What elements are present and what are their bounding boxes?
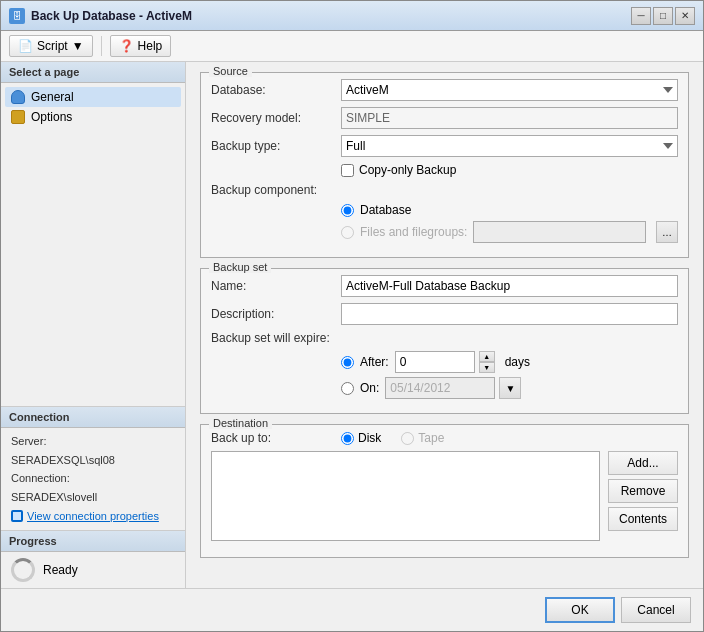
general-icon bbox=[11, 90, 25, 104]
on-label: On: bbox=[360, 381, 379, 395]
after-spinner-btns: ▲ ▼ bbox=[479, 351, 495, 373]
recovery-input bbox=[341, 107, 678, 129]
sidebar-item-general[interactable]: General bbox=[5, 87, 181, 107]
close-button[interactable]: ✕ bbox=[675, 7, 695, 25]
description-row: Description: bbox=[211, 303, 678, 325]
name-input[interactable] bbox=[341, 275, 678, 297]
progress-header: Progress bbox=[1, 531, 185, 552]
name-row: Name: bbox=[211, 275, 678, 297]
after-increment-btn[interactable]: ▲ bbox=[479, 351, 495, 362]
server-value: SERADEXSQL\sql08 bbox=[11, 453, 175, 468]
after-input[interactable] bbox=[395, 351, 475, 373]
database-label: Database: bbox=[211, 83, 341, 97]
after-spinner-wrap: ▲ ▼ bbox=[395, 351, 495, 373]
view-link-label: View connection properties bbox=[27, 510, 159, 522]
progress-content: Ready bbox=[1, 552, 185, 588]
view-connection-link[interactable]: View connection properties bbox=[11, 508, 175, 524]
window-icon: 🗄 bbox=[9, 8, 25, 24]
on-radio-btn[interactable] bbox=[341, 382, 354, 395]
files-input bbox=[473, 221, 646, 243]
help-label: Help bbox=[138, 39, 163, 53]
description-input[interactable] bbox=[341, 303, 678, 325]
source-group: Source Database: ActiveM Recovery model:… bbox=[200, 72, 689, 258]
select-page-header: Select a page bbox=[1, 62, 185, 83]
database-radio-row: Database bbox=[211, 203, 678, 217]
copy-only-row: Copy-only Backup bbox=[211, 163, 678, 177]
add-button[interactable]: Add... bbox=[608, 451, 678, 475]
tape-radio-wrap: Tape bbox=[401, 431, 444, 445]
files-radio-row: Files and filegroups: … bbox=[211, 221, 678, 243]
ready-label: Ready bbox=[43, 563, 78, 577]
database-row: Database: ActiveM bbox=[211, 79, 678, 101]
connection-header: Connection bbox=[1, 407, 185, 428]
after-decrement-btn[interactable]: ▼ bbox=[479, 362, 495, 373]
disk-radio-wrap: Disk bbox=[341, 431, 381, 445]
main-window: 🗄 Back Up Database - ActiveM ─ □ ✕ 📄 Scr… bbox=[0, 0, 704, 632]
expire-row: Backup set will expire: bbox=[211, 331, 678, 345]
backup-component-label: Backup component: bbox=[211, 183, 341, 197]
title-bar: 🗄 Back Up Database - ActiveM ─ □ ✕ bbox=[1, 1, 703, 31]
toolbar: 📄 Script ▼ ❓ Help bbox=[1, 31, 703, 62]
files-radio-btn[interactable] bbox=[341, 226, 354, 239]
backup-component-row: Backup component: bbox=[211, 183, 678, 197]
progress-spinner bbox=[11, 558, 35, 582]
connection-info: Server: SERADEXSQL\sql08 Connection: SER… bbox=[1, 428, 185, 530]
disk-label: Disk bbox=[358, 431, 381, 445]
copy-only-label: Copy-only Backup bbox=[359, 163, 456, 177]
link-icon bbox=[11, 510, 23, 522]
script-dropdown-icon: ▼ bbox=[72, 39, 84, 53]
on-row: On: ▼ bbox=[211, 377, 678, 399]
backup-type-select[interactable]: Full Differential Transaction Log bbox=[341, 135, 678, 157]
files-browse-btn[interactable]: … bbox=[656, 221, 678, 243]
contents-button[interactable]: Contents bbox=[608, 507, 678, 531]
expire-label: Backup set will expire: bbox=[211, 331, 341, 345]
destination-group: Destination Back up to: Disk Tape bbox=[200, 424, 689, 558]
page-list: General Options bbox=[1, 83, 185, 131]
sidebar-item-options[interactable]: Options bbox=[5, 107, 181, 127]
tape-label: Tape bbox=[418, 431, 444, 445]
copy-only-checkbox[interactable] bbox=[341, 164, 354, 177]
recovery-label: Recovery model: bbox=[211, 111, 341, 125]
connection-label: Connection: bbox=[11, 471, 175, 486]
name-label: Name: bbox=[211, 279, 341, 293]
minimize-button[interactable]: ─ bbox=[631, 7, 651, 25]
days-label: days bbox=[505, 355, 530, 369]
window-controls: ─ □ ✕ bbox=[631, 7, 695, 25]
window-title: Back Up Database - ActiveM bbox=[31, 9, 631, 23]
files-radio-label: Files and filegroups: bbox=[360, 225, 467, 239]
source-label: Source bbox=[209, 65, 252, 77]
tape-radio-btn[interactable] bbox=[401, 432, 414, 445]
options-label: Options bbox=[31, 110, 72, 124]
backup-to-row: Back up to: Disk Tape bbox=[211, 431, 678, 445]
backup-type-row: Backup type: Full Differential Transacti… bbox=[211, 135, 678, 157]
after-label: After: bbox=[360, 355, 389, 369]
options-icon bbox=[11, 110, 25, 124]
description-label: Description: bbox=[211, 307, 341, 321]
backup-set-group: Backup set Name: Description: Backup set… bbox=[200, 268, 689, 414]
backup-to-label: Back up to: bbox=[211, 431, 341, 445]
ok-button[interactable]: OK bbox=[545, 597, 615, 623]
destination-list bbox=[211, 451, 600, 541]
progress-section: Progress Ready bbox=[1, 530, 185, 588]
cancel-button[interactable]: Cancel bbox=[621, 597, 691, 623]
date-picker-btn[interactable]: ▼ bbox=[499, 377, 521, 399]
date-input bbox=[385, 377, 495, 399]
remove-button[interactable]: Remove bbox=[608, 479, 678, 503]
main-content: Select a page General Options Connection… bbox=[1, 62, 703, 588]
restore-button[interactable]: □ bbox=[653, 7, 673, 25]
connection-value: SERADEX\slovell bbox=[11, 490, 175, 505]
server-label: Server: bbox=[11, 434, 175, 449]
toolbar-separator bbox=[101, 36, 102, 56]
help-button[interactable]: ❓ Help bbox=[110, 35, 172, 57]
database-radio-btn[interactable] bbox=[341, 204, 354, 217]
disk-radio-btn[interactable] bbox=[341, 432, 354, 445]
database-select[interactable]: ActiveM bbox=[341, 79, 678, 101]
script-icon: 📄 bbox=[18, 39, 33, 53]
script-button[interactable]: 📄 Script ▼ bbox=[9, 35, 93, 57]
recovery-row: Recovery model: bbox=[211, 107, 678, 129]
connection-section: Connection Server: SERADEXSQL\sql08 Conn… bbox=[1, 406, 185, 530]
backup-type-label: Backup type: bbox=[211, 139, 341, 153]
database-radio-label: Database bbox=[360, 203, 411, 217]
after-radio-btn[interactable] bbox=[341, 356, 354, 369]
dest-action-buttons: Add... Remove Contents bbox=[608, 451, 678, 531]
